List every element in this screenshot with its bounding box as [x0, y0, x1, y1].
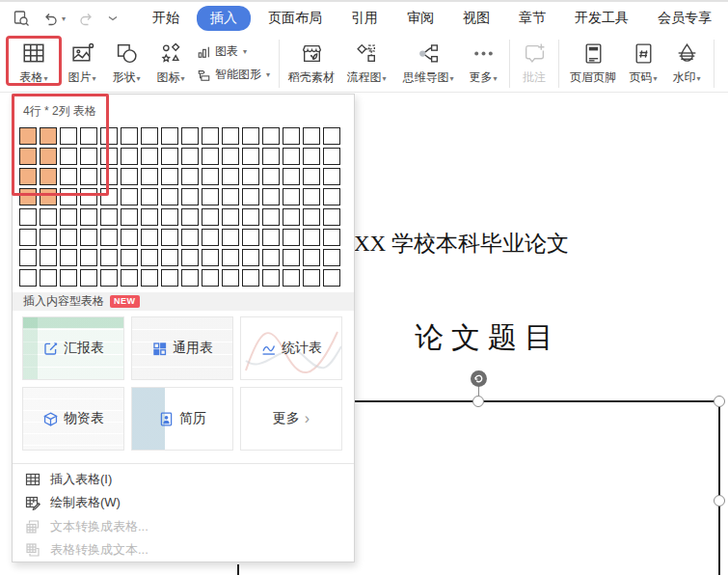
grid-cell-r1-c11[interactable] — [222, 127, 239, 145]
grid-cell-r1-c15[interactable] — [303, 127, 320, 145]
grid-cell-r7-c7[interactable] — [141, 249, 158, 266]
grid-cell-r6-c16[interactable] — [323, 229, 340, 246]
grid-cell-r2-c10[interactable] — [202, 148, 219, 165]
grid-cell-r1-c13[interactable] — [262, 127, 280, 145]
icon-library-button[interactable]: 图标▾ — [148, 35, 193, 86]
grid-cell-r8-c12[interactable] — [242, 269, 259, 287]
grid-cell-r3-c7[interactable] — [141, 168, 158, 185]
grid-cell-r5-c7[interactable] — [141, 208, 158, 226]
grid-cell-r5-c15[interactable] — [303, 208, 320, 226]
grid-cell-r6-c5[interactable] — [100, 229, 118, 246]
menu-item-text-to-table[interactable]: 文本转换成表格... — [13, 514, 354, 537]
grid-cell-r8-c2[interactable] — [40, 269, 57, 287]
grid-cell-r4-c9[interactable] — [181, 188, 199, 205]
grid-cell-r2-c12[interactable] — [242, 148, 259, 165]
undo-button[interactable]: ▾ — [42, 12, 66, 26]
grid-cell-r5-c16[interactable] — [323, 208, 340, 226]
grid-cell-r1-c4[interactable] — [80, 127, 97, 145]
grid-cell-r2-c16[interactable] — [323, 148, 340, 165]
grid-cell-r3-c6[interactable] — [121, 168, 138, 185]
grid-cell-r5-c10[interactable] — [202, 208, 219, 226]
menu-item-draw-table[interactable]: 绘制表格(W) — [13, 491, 354, 514]
grid-cell-r3-c9[interactable] — [181, 168, 199, 185]
shape-button[interactable]: 形状▾ — [104, 35, 148, 86]
grid-cell-r7-c12[interactable] — [242, 249, 259, 266]
grid-cell-r7-c9[interactable] — [181, 249, 199, 266]
grid-cell-r6-c15[interactable] — [303, 229, 320, 246]
grid-cell-r5-c13[interactable] — [262, 208, 280, 226]
grid-cell-r7-c2[interactable] — [40, 249, 57, 266]
grid-cell-r8-c15[interactable] — [303, 269, 320, 287]
grid-cell-r6-c1[interactable] — [19, 229, 37, 246]
grid-cell-r2-c15[interactable] — [303, 148, 320, 165]
grid-cell-r6-c11[interactable] — [222, 229, 239, 246]
grid-cell-r7-c14[interactable] — [283, 249, 300, 266]
resize-handle-middle-right[interactable] — [714, 495, 725, 507]
grid-cell-r2-c14[interactable] — [283, 148, 300, 165]
mindmap-button[interactable]: 思维导图▾ — [394, 35, 462, 86]
grid-cell-r1-c5[interactable] — [100, 127, 118, 145]
grid-cell-r6-c8[interactable] — [161, 229, 178, 246]
grid-cell-r4-c5[interactable] — [100, 188, 118, 205]
grid-cell-r8-c4[interactable] — [80, 269, 97, 287]
grid-cell-r3-c4[interactable] — [80, 168, 97, 185]
grid-cell-r1-c2[interactable] — [40, 127, 57, 145]
grid-cell-r4-c10[interactable] — [202, 188, 219, 205]
grid-cell-r7-c13[interactable] — [262, 249, 280, 266]
more-insert-button[interactable]: 更多▾ — [462, 35, 504, 86]
grid-cell-r7-c16[interactable] — [323, 249, 340, 266]
grid-cell-r5-c12[interactable] — [242, 208, 259, 226]
grid-cell-r5-c14[interactable] — [283, 208, 300, 226]
grid-cell-r2-c11[interactable] — [222, 148, 239, 165]
grid-cell-r2-c5[interactable] — [100, 148, 118, 165]
grid-cell-r3-c8[interactable] — [161, 168, 178, 185]
grid-cell-r1-c10[interactable] — [202, 127, 219, 145]
grid-cell-r8-c11[interactable] — [222, 269, 239, 287]
grid-cell-r8-c16[interactable] — [323, 269, 340, 287]
grid-cell-r7-c15[interactable] — [303, 249, 320, 266]
grid-cell-r4-c4[interactable] — [80, 188, 97, 205]
header-footer-button[interactable]: 页眉页脚 — [564, 35, 622, 86]
grid-cell-r8-c14[interactable] — [283, 269, 300, 287]
grid-cell-r6-c14[interactable] — [283, 229, 300, 246]
grid-cell-r1-c16[interactable] — [323, 127, 340, 145]
tab-页面布局[interactable]: 页面布局 — [256, 6, 334, 31]
redo-button[interactable] — [78, 12, 94, 26]
chart-button[interactable]: 图表▾ — [197, 43, 270, 60]
grid-cell-r8-c6[interactable] — [121, 269, 138, 287]
grid-cell-r4-c11[interactable] — [222, 188, 239, 205]
card-report-table[interactable]: 汇报表 — [22, 316, 124, 380]
grid-cell-r2-c8[interactable] — [161, 148, 178, 165]
grid-cell-r5-c2[interactable] — [40, 208, 57, 226]
undo-caret-icon[interactable]: ▾ — [62, 14, 66, 23]
grid-cell-r2-c1[interactable] — [19, 148, 37, 165]
grid-cell-r8-c10[interactable] — [202, 269, 219, 287]
resize-handle-top-center[interactable] — [472, 396, 484, 407]
grid-cell-r2-c4[interactable] — [80, 148, 97, 165]
grid-cell-r6-c2[interactable] — [40, 229, 57, 246]
grid-cell-r8-c8[interactable] — [161, 269, 178, 287]
rotation-handle[interactable] — [471, 370, 487, 387]
tab-插入[interactable]: 插入 — [197, 6, 251, 31]
smartart-button[interactable]: 智能图形▾ — [197, 67, 270, 83]
grid-cell-r5-c6[interactable] — [121, 208, 138, 226]
grid-cell-r4-c6[interactable] — [121, 188, 138, 205]
grid-cell-r2-c2[interactable] — [40, 148, 57, 165]
grid-cell-r6-c4[interactable] — [80, 229, 97, 246]
card-general-table[interactable]: 通用表 — [131, 316, 233, 380]
grid-cell-r1-c1[interactable] — [19, 127, 37, 145]
grid-cell-r1-c8[interactable] — [161, 127, 178, 145]
grid-cell-r4-c15[interactable] — [303, 188, 320, 205]
grid-cell-r1-c3[interactable] — [60, 127, 77, 145]
grid-cell-r5-c3[interactable] — [60, 208, 77, 226]
grid-cell-r6-c12[interactable] — [242, 229, 259, 246]
picture-button[interactable]: 图片▾ — [60, 35, 104, 86]
grid-cell-r7-c6[interactable] — [121, 249, 138, 266]
page-number-button[interactable]: 页码▾ — [622, 35, 664, 86]
grid-cell-r5-c4[interactable] — [80, 208, 97, 226]
table-button[interactable]: 表格▾ — [8, 35, 60, 86]
grid-cell-r3-c13[interactable] — [262, 168, 280, 185]
grid-cell-r3-c16[interactable] — [323, 168, 340, 185]
customize-toolbar-icon[interactable] — [107, 14, 119, 22]
menu-item-insert-table[interactable]: 插入表格(I) — [13, 468, 354, 491]
